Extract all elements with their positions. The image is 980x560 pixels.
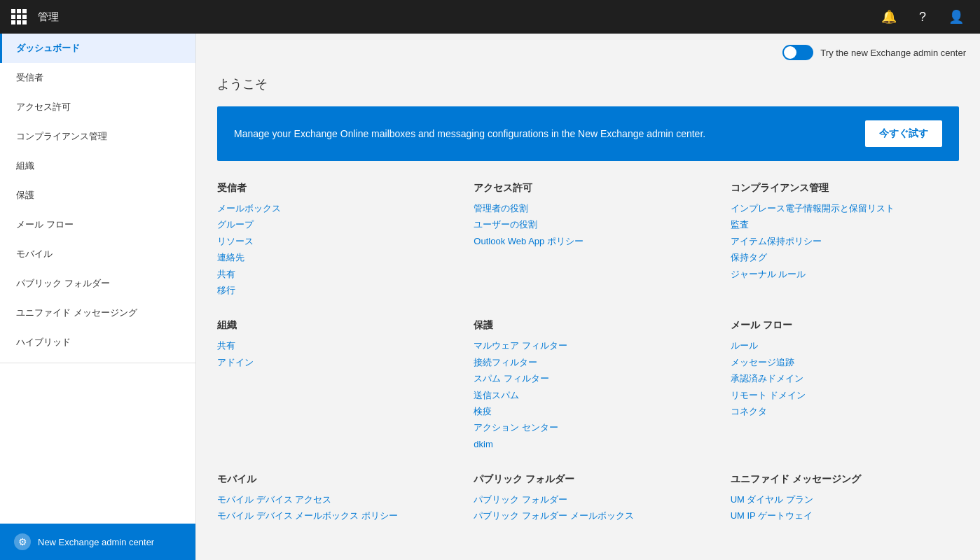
sidebar-divider: [0, 363, 195, 363]
section-block-7: パブリック フォルダーパブリック フォルダーパブリック フォルダー メールボック…: [474, 473, 702, 524]
sidebar-item-unifiedmessaging[interactable]: ユニファイド メッセージング: [0, 298, 195, 328]
section-link-4-1[interactable]: 接続フィルター: [474, 354, 702, 370]
sidebar-item-organization[interactable]: 組織: [0, 151, 195, 181]
sidebar-item-permissions[interactable]: アクセス許可: [0, 92, 195, 122]
sections-grid: 受信者メールボックスグループリソース連絡先共有移行アクセス許可管理者の役割ユーザ…: [217, 182, 959, 524]
section-link-5-2[interactable]: 承認済みドメイン: [731, 370, 959, 386]
toggle-bar: Try the new Exchange admin center: [782, 45, 966, 60]
section-link-1-2[interactable]: Outlook Web App ポリシー: [474, 233, 702, 249]
account-icon[interactable]: 👤: [944, 4, 969, 29]
section-link-3-0[interactable]: 共有: [217, 337, 446, 354]
section-link-5-3[interactable]: リモート ドメイン: [731, 387, 959, 403]
try-now-button[interactable]: 今すぐ試す: [865, 120, 942, 147]
section-link-8-0[interactable]: UM ダイヤル プラン: [731, 491, 959, 507]
section-link-4-5[interactable]: アクション センター: [474, 419, 702, 435]
section-block-0: 受信者メールボックスグループリソース連絡先共有移行: [217, 182, 446, 298]
section-block-1: アクセス許可管理者の役割ユーザーの役割Outlook Web App ポリシー: [474, 182, 702, 298]
toggle-label: Try the new Exchange admin center: [820, 48, 966, 58]
section-link-2-0[interactable]: インプレース電子情報開示と保留リスト: [731, 200, 959, 216]
welcome-title: ようこそ: [217, 76, 959, 92]
sidebar-item-new-eac[interactable]: ⚙ New Exchange admin center: [0, 524, 195, 560]
new-eac-toggle[interactable]: [782, 45, 813, 60]
section-heading-6: モバイル: [217, 473, 446, 486]
help-icon[interactable]: ?: [910, 4, 935, 29]
section-link-5-0[interactable]: ルール: [731, 337, 959, 354]
sidebar: ダッシュボード受信者アクセス許可コンプライアンス管理組織保護メール フローモバイ…: [0, 34, 196, 560]
section-link-2-3[interactable]: 保持タグ: [731, 249, 959, 265]
section-heading-3: 組織: [217, 319, 446, 332]
section-block-2: コンプライアンス管理インプレース電子情報開示と保留リスト監査アイテム保持ポリシー…: [731, 182, 959, 298]
sidebar-item-recipients[interactable]: 受信者: [0, 63, 195, 92]
section-link-2-2[interactable]: アイテム保持ポリシー: [731, 233, 959, 249]
section-heading-8: ユニファイド メッセージング: [731, 473, 959, 486]
section-heading-0: 受信者: [217, 182, 446, 195]
section-link-6-1[interactable]: モバイル デバイス メールボックス ポリシー: [217, 507, 446, 524]
waffle-icon[interactable]: [11, 9, 27, 24]
section-link-4-6[interactable]: dkim: [474, 436, 702, 452]
section-link-0-4[interactable]: 共有: [217, 266, 446, 282]
section-link-4-4[interactable]: 検疫: [474, 403, 702, 419]
section-link-8-1[interactable]: UM IP ゲートウェイ: [731, 507, 959, 524]
section-block-4: 保護マルウェア フィルター接続フィルタースパム フィルター送信スパム検疫アクショ…: [474, 319, 702, 452]
topbar: 管理 🔔 ? 👤: [0, 0, 980, 34]
section-link-0-2[interactable]: リソース: [217, 233, 446, 249]
sidebar-item-mobile[interactable]: モバイル: [0, 239, 195, 269]
sidebar-item-dashboard[interactable]: ダッシュボード: [0, 34, 195, 63]
main-content: Try the new Exchange admin center ようこそ M…: [196, 34, 980, 560]
section-link-4-0[interactable]: マルウェア フィルター: [474, 337, 702, 354]
section-link-2-1[interactable]: 監査: [731, 216, 959, 232]
section-heading-2: コンプライアンス管理: [731, 182, 959, 195]
section-link-7-1[interactable]: パブリック フォルダー メールボックス: [474, 507, 702, 524]
sidebar-item-mailflow[interactable]: メール フロー: [0, 210, 195, 239]
new-eac-label: New Exchange admin center: [38, 537, 154, 547]
section-link-3-1[interactable]: アドイン: [217, 354, 446, 370]
section-link-0-5[interactable]: 移行: [217, 282, 446, 298]
section-link-2-4[interactable]: ジャーナル ルール: [731, 266, 959, 282]
sidebar-item-publicfolders[interactable]: パブリック フォルダー: [0, 269, 195, 298]
section-link-1-1[interactable]: ユーザーの役割: [474, 216, 702, 232]
new-eac-icon: ⚙: [14, 533, 31, 550]
promo-banner: Manage your Exchange Online mailboxes an…: [217, 106, 959, 161]
section-block-5: メール フロールールメッセージ追跡承認済みドメインリモート ドメインコネクタ: [731, 319, 959, 452]
section-link-0-0[interactable]: メールボックス: [217, 200, 446, 216]
section-link-7-0[interactable]: パブリック フォルダー: [474, 491, 702, 507]
notifications-icon[interactable]: 🔔: [876, 4, 902, 29]
section-heading-5: メール フロー: [731, 319, 959, 332]
section-block-8: ユニファイド メッセージングUM ダイヤル プランUM IP ゲートウェイ: [731, 473, 959, 524]
banner-text: Manage your Exchange Online mailboxes an…: [234, 127, 705, 141]
section-heading-4: 保護: [474, 319, 702, 332]
sidebar-item-compliance[interactable]: コンプライアンス管理: [0, 122, 195, 151]
section-block-6: モバイルモバイル デバイス アクセスモバイル デバイス メールボックス ポリシー: [217, 473, 446, 524]
section-link-5-4[interactable]: コネクタ: [731, 403, 959, 419]
section-link-5-1[interactable]: メッセージ追跡: [731, 354, 959, 370]
section-heading-7: パブリック フォルダー: [474, 473, 702, 486]
sidebar-item-hybrid[interactable]: ハイブリッド: [0, 328, 195, 357]
section-link-1-0[interactable]: 管理者の役割: [474, 200, 702, 216]
section-link-0-1[interactable]: グループ: [217, 216, 446, 232]
section-link-6-0[interactable]: モバイル デバイス アクセス: [217, 491, 446, 507]
section-link-0-3[interactable]: 連絡先: [217, 249, 446, 265]
section-link-4-3[interactable]: 送信スパム: [474, 387, 702, 403]
main-layout: ダッシュボード受信者アクセス許可コンプライアンス管理組織保護メール フローモバイ…: [0, 34, 980, 560]
section-block-3: 組織共有アドイン: [217, 319, 446, 452]
sidebar-item-protection[interactable]: 保護: [0, 181, 195, 210]
section-heading-1: アクセス許可: [474, 182, 702, 195]
section-link-4-2[interactable]: スパム フィルター: [474, 370, 702, 386]
topbar-title: 管理: [38, 10, 59, 24]
